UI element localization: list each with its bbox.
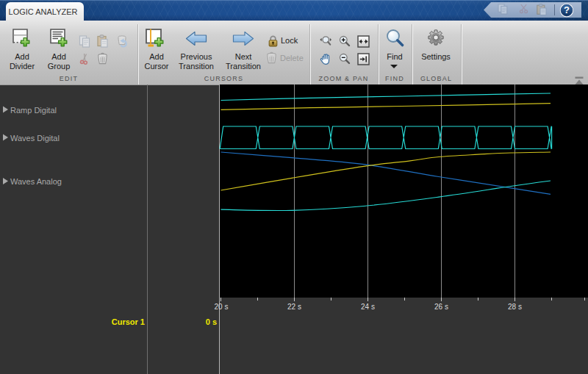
svg-text:Ramp Digital: Ramp Digital [10, 106, 57, 115]
svg-text:Cursor 1: Cursor 1 [112, 317, 145, 326]
svg-text:?: ? [564, 4, 570, 15]
svg-text:22 s: 22 s [287, 303, 301, 311]
svg-text:26 s: 26 s [434, 303, 448, 311]
svg-text:0 s: 0 s [206, 317, 217, 326]
svg-text:28 s: 28 s [508, 303, 522, 311]
svg-text:Waves Digital: Waves Digital [10, 134, 60, 143]
svg-text:Waves Analog: Waves Analog [10, 177, 62, 186]
svg-text:24 s: 24 s [361, 303, 375, 311]
svg-text:20 s: 20 s [215, 303, 229, 311]
